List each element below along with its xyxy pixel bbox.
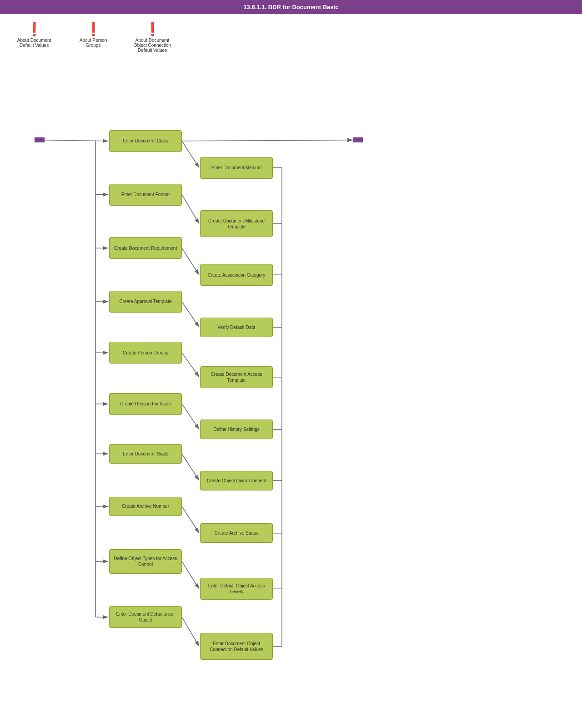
flow-box-n16[interactable]: Create Archive Status [200, 523, 273, 543]
flow-box-n12[interactable]: Define History Settings [200, 420, 273, 439]
flow-box-n4[interactable]: Create Document Milestone Template [200, 210, 273, 237]
flow-box-n20[interactable]: Enter Document Object Connection Default… [200, 633, 273, 660]
flow-box-n15[interactable]: Create Archive Number [109, 497, 182, 516]
flow-box-n9[interactable]: Create Person Groups [109, 342, 182, 364]
flow-box-n10[interactable]: Create Document Access Template [200, 366, 273, 388]
svg-line-2 [182, 140, 353, 141]
exclamation-icon-1: ❗ [26, 23, 42, 36]
top-icon-3: ❗ About Document Object Connection Defau… [132, 23, 173, 53]
flow-end [353, 137, 363, 143]
flow-start [35, 137, 45, 143]
flow-box-n18[interactable]: Enter Default Object Access Levels [200, 578, 273, 600]
top-icon-label-2: About Person Groups [73, 38, 114, 48]
top-icon-label-1: About Document Default Values [14, 38, 55, 48]
top-icons-area: ❗ About Document Default Values ❗ About … [0, 14, 582, 62]
flow-box-n7[interactable]: Create Approval Template [109, 291, 182, 313]
exclamation-icon-2: ❗ [85, 23, 101, 36]
top-icon-1: ❗ About Document Default Values [14, 23, 55, 48]
flow-box-n13[interactable]: Enter Document Scale [109, 444, 182, 464]
flow-box-n5[interactable]: Create Document Requirement [109, 237, 182, 259]
flow-box-n17[interactable]: Define Object Types for Access Control [109, 549, 182, 574]
flow-diagram: Enter Document ClassEnter Document Mediu… [0, 62, 582, 687]
flow-box-n3[interactable]: Enter Document Format [109, 184, 182, 206]
flow-box-n14[interactable]: Create Object Quick Connect [200, 471, 273, 490]
svg-line-1 [43, 140, 108, 141]
flow-box-n2[interactable]: Enter Document Medium [200, 157, 273, 179]
exclamation-icon-3: ❗ [145, 23, 161, 36]
page-header: 13.6.1.1. BDR for Document Basic [0, 0, 582, 14]
top-icon-label-3: About Document Object Connection Default… [132, 38, 173, 53]
flow-box-n6[interactable]: Create Association Category [200, 264, 273, 286]
top-icon-2: ❗ About Person Groups [73, 23, 114, 48]
flow-box-n8[interactable]: Verify Default Data [200, 318, 273, 337]
flow-box-n19[interactable]: Enter Document Defaults per Object [109, 606, 182, 628]
header-title: 13.6.1.1. BDR for Document Basic [244, 4, 339, 10]
flow-box-n1[interactable]: Enter Document Class [109, 130, 182, 152]
flow-box-n11[interactable]: Create Reason For Issue [109, 393, 182, 415]
flow-connectors [0, 62, 582, 687]
